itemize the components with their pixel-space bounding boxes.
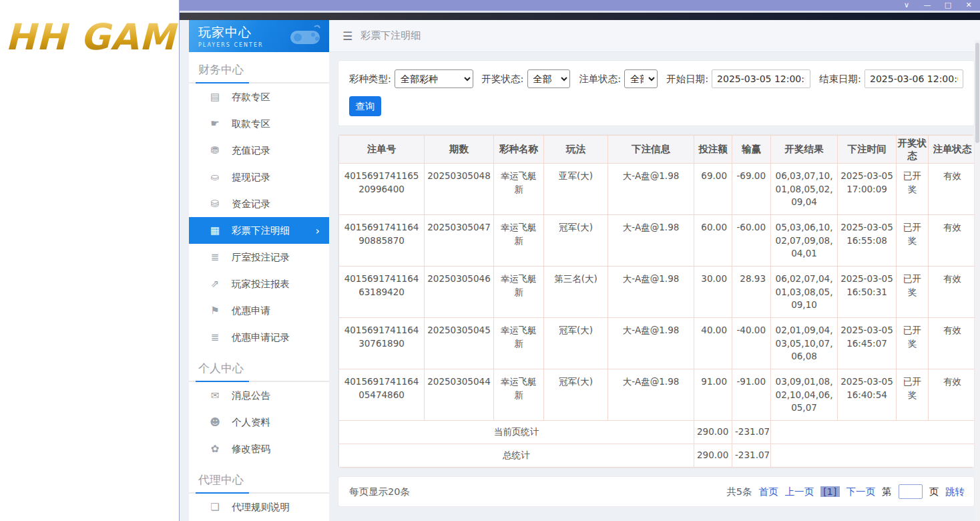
- cell-bet-time: 2025-03-05 16:45:07: [838, 318, 897, 369]
- chevron-right-icon: ›: [316, 224, 320, 237]
- lottery-type-label: 彩种类型:: [349, 73, 391, 85]
- start-date-input[interactable]: [712, 69, 810, 88]
- sidebar-item-label: 取款专区: [232, 118, 270, 130]
- cell-play-type: 亚军(大): [544, 164, 608, 215]
- cell-order-status: 有效: [929, 318, 975, 369]
- window-collapse-icon[interactable]: ∨: [902, 0, 911, 11]
- window-minimize-icon[interactable]: —: [923, 0, 932, 11]
- sidebar-item-withdraw[interactable]: ☛ 取款专区: [189, 110, 329, 137]
- summary-empty: [771, 421, 975, 444]
- lottery-type-select[interactable]: 全部彩种: [395, 69, 473, 88]
- start-date-label: 开始日期:: [666, 73, 708, 85]
- first-page-link[interactable]: 首页: [758, 486, 778, 498]
- pagination-bar: 每页显示20条 共5条 首页 上一页 [1] 下一页 第 页 跳转: [338, 476, 975, 507]
- cell-draw-status: 已开奖: [897, 318, 929, 369]
- sidebar-item-player-bet-report[interactable]: ⇗ 玩家投注报表: [189, 271, 329, 297]
- cell-bet-time: 2025-03-05 16:55:08: [838, 215, 897, 267]
- col-header-bet-info: 下注信息: [608, 136, 694, 164]
- cell-play-type: 第三名(大): [544, 267, 608, 318]
- scrollbar[interactable]: [975, 40, 980, 521]
- window-titlebar: ∨ — □ ✕: [180, 0, 980, 11]
- col-header-bet-amount: 投注额: [694, 136, 732, 164]
- sidebar-item-hall-bet-records[interactable]: ≣ 厅室投注记录: [189, 244, 329, 271]
- sidebar-item-withdrawal-records[interactable]: ⛀ 提现记录: [189, 164, 329, 190]
- bell-icon: ✉: [209, 389, 221, 401]
- sidebar-section-agent: 代理中心: [189, 462, 329, 492]
- order-status-select[interactable]: 全部: [624, 69, 658, 88]
- summary-bet-total: 290.00: [694, 444, 732, 468]
- cell-bet-amount: 40.00: [694, 318, 732, 369]
- main-area: ☰ 彩票下注明细 彩种类型: 全部彩种 开奖状态: 全部 注单: [329, 20, 980, 521]
- cell-bet-amount: 91.00: [694, 369, 732, 421]
- sidebar-item-label: 修改密码: [232, 443, 270, 456]
- cell-lottery-name: 幸运飞艇新: [494, 215, 544, 267]
- table-row: 401569174116430761890 20250305045 幸运飞艇新 …: [339, 318, 975, 369]
- cell-period: 20250305044: [425, 369, 494, 421]
- cell-winloss: 28.93: [732, 267, 771, 318]
- cell-period: 20250305048: [425, 164, 494, 215]
- end-date-label: 结束日期:: [819, 73, 861, 85]
- summary-empty: [771, 444, 975, 468]
- cell-play-type: 冠军(大): [544, 369, 608, 421]
- cell-draw-status: 已开奖: [897, 215, 929, 267]
- cell-draw-result: 06,03,07,10,01,08,05,02,09,04: [771, 164, 838, 215]
- sidebar-item-agent-rules[interactable]: ❏ 代理规则说明: [189, 494, 329, 520]
- sidebar-item-profile[interactable]: ☻ 个人资料: [189, 409, 329, 436]
- moneybag-icon: ⛃: [209, 144, 221, 156]
- sidebar-item-label: 提现记录: [232, 171, 270, 184]
- cell-winloss: -69.00: [732, 164, 771, 215]
- sidebar-item-label: 彩票下注明细: [232, 224, 290, 237]
- total-count-text: 共5条: [726, 486, 752, 498]
- sidebar-item-label: 消息公告: [232, 389, 270, 402]
- sidebar-item-lottery-bet-details[interactable]: ▦ 彩票下注明细 ›: [189, 217, 329, 244]
- sidebar-item-recharge-records[interactable]: ⛃ 充值记录: [189, 137, 329, 164]
- page-jump-input[interactable]: [899, 484, 923, 499]
- cell-bet-no: 401569174116430761890: [339, 318, 425, 369]
- withdraw-hand-icon: ☛: [209, 118, 221, 130]
- col-header-play-type: 玩法: [544, 136, 608, 164]
- sidebar-item-label: 厅室投注记录: [232, 251, 290, 264]
- sidebar-item-label: 资金记录: [232, 198, 270, 210]
- chart-icon: ⇗: [209, 278, 221, 290]
- sidebar-item-label: 充值记录: [232, 144, 270, 157]
- cell-order-status: 有效: [929, 369, 975, 421]
- sidebar-item-change-password[interactable]: ✿ 修改密码: [189, 436, 329, 462]
- cell-bet-no: 401569174116490885870: [339, 215, 425, 267]
- sidebar-item-label: 个人资料: [232, 416, 270, 429]
- cell-draw-result: 03,09,01,08,02,10,04,06,05,07: [771, 369, 838, 421]
- window-maximize-icon[interactable]: □: [943, 0, 953, 11]
- sidebar-section-finance: 财务中心: [189, 52, 329, 82]
- cell-draw-status: 已开奖: [897, 267, 929, 318]
- jump-button[interactable]: 跳转: [945, 486, 965, 498]
- scrollbar-thumb[interactable]: [975, 43, 979, 143]
- hamburger-menu-icon[interactable]: ☰: [342, 29, 352, 43]
- coins-icon: ⛁: [209, 198, 221, 210]
- sidebar-item-deposit[interactable]: ▤ 存款专区: [189, 83, 329, 110]
- draw-status-select[interactable]: 全部: [527, 69, 571, 88]
- cell-order-status: 有效: [929, 215, 975, 267]
- col-header-order-status: 注单状态: [929, 136, 975, 164]
- cell-bet-amount: 69.00: [694, 164, 732, 215]
- sidebar-item-label: 玩家投注报表: [232, 278, 290, 291]
- next-page-link[interactable]: 下一页: [846, 486, 876, 498]
- cell-order-status: 有效: [929, 164, 975, 215]
- cell-period: 20250305046: [425, 267, 494, 318]
- sidebar-item-label: 存款专区: [232, 91, 270, 104]
- cell-play-type: 冠军(大): [544, 215, 608, 267]
- sidebar-item-promo-apply[interactable]: ⚑ 优惠申请: [189, 297, 329, 324]
- table-row: 401569174116405474860 20250305044 幸运飞艇新 …: [339, 369, 975, 421]
- prev-page-link[interactable]: 上一页: [784, 486, 814, 498]
- person-icon: ☻: [209, 416, 221, 428]
- cell-bet-amount: 60.00: [694, 215, 732, 267]
- sidebar-item-announcements[interactable]: ✉ 消息公告: [189, 382, 329, 409]
- table-row: 401569174116490885870 20250305047 幸运飞艇新 …: [339, 215, 975, 267]
- end-date-input[interactable]: [865, 69, 963, 88]
- sidebar-item-promo-apply-records[interactable]: ≣ 优惠申请记录: [189, 324, 329, 351]
- query-button[interactable]: 查询: [349, 96, 381, 116]
- sidebar-item-fund-records[interactable]: ⛁ 资金记录: [189, 190, 329, 217]
- summary-label: 总统计: [339, 444, 694, 468]
- document-icon: ❏: [209, 501, 221, 513]
- bet-details-table: 注单号 期数 彩种名称 玩法 下注信息 投注额 输赢 开奖结果 下注时间 开奖状…: [338, 135, 975, 468]
- cell-bet-info: 大-A盘@1.98: [608, 164, 694, 215]
- window-close-icon[interactable]: ✕: [964, 0, 973, 11]
